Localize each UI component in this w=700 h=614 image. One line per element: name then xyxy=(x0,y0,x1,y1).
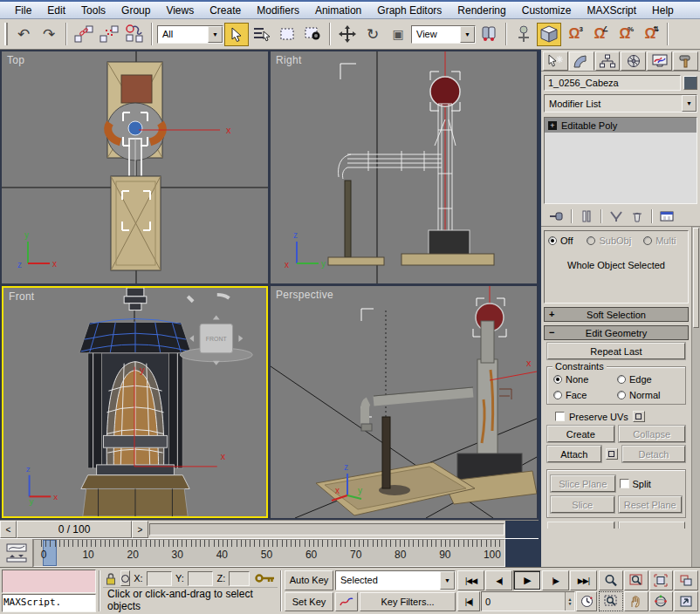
select-move-icon[interactable] xyxy=(335,23,360,46)
viewport-right[interactable]: Right xyxy=(271,51,537,283)
current-frame-field[interactable]: 0 ▲▼ xyxy=(481,591,575,611)
viewport-right-canvas[interactable]: z y x xyxy=(271,51,537,283)
object-name-field[interactable]: 1_0256_Cabeza xyxy=(544,75,681,91)
chevron-down-icon[interactable]: ▼ xyxy=(440,571,455,590)
viewport-front[interactable]: Front xyxy=(2,286,268,518)
zoom-extents-icon[interactable] xyxy=(649,570,674,590)
time-slider-handle[interactable]: 0 / 100 xyxy=(17,521,132,538)
select-object-button[interactable] xyxy=(224,23,249,46)
listener-pane[interactable]: MAXScript. xyxy=(2,594,96,612)
select-rotate-icon[interactable]: ↻ xyxy=(360,23,385,46)
key-mode-toggle-button[interactable]: |◀| xyxy=(457,591,480,611)
tab-utilities[interactable] xyxy=(673,51,698,71)
object-color-swatch[interactable] xyxy=(683,76,697,90)
viewport-top-canvas[interactable]: x y x z xyxy=(2,51,268,283)
viewcube-front-label[interactable]: FRONT xyxy=(206,336,228,342)
zoom-icon[interactable] xyxy=(599,570,623,590)
menu-item-tools[interactable]: Tools xyxy=(73,3,113,18)
window-crossing-icon[interactable] xyxy=(300,23,325,46)
zoom-extents-all-icon[interactable] xyxy=(674,570,698,590)
select-link-icon[interactable] xyxy=(72,23,96,46)
rollout-header-soft-selection[interactable]: + Soft Selection xyxy=(544,307,689,322)
time-slider-groove[interactable] xyxy=(149,523,504,536)
frame-spinner[interactable]: ▲▼ xyxy=(565,592,574,611)
viewport-perspective[interactable]: Perspective xyxy=(271,286,537,518)
rectangular-selection-region-icon[interactable] xyxy=(275,23,299,46)
preserve-uvs-label[interactable]: Preserve UVs xyxy=(569,412,628,422)
go-to-start-button[interactable]: |◀◀ xyxy=(457,570,484,590)
stack-item-editable-poly[interactable]: + Editable Poly xyxy=(545,118,697,133)
arc-rotate-icon[interactable] xyxy=(649,591,674,611)
modifier-list-dropdown[interactable]: Modifier List ▼ xyxy=(544,94,697,113)
select-by-name-icon[interactable] xyxy=(250,23,274,46)
zoom-all-icon[interactable] xyxy=(624,570,649,590)
viewport-right-label[interactable]: Right xyxy=(276,54,302,66)
time-slider-prev-button[interactable]: < xyxy=(0,521,17,538)
tab-motion[interactable] xyxy=(621,51,646,71)
reference-coordinate-dropdown[interactable]: View ▼ xyxy=(411,25,476,44)
track-bar-ruler[interactable]: 0 10 20 30 40 50 60 70 80 90 100 xyxy=(33,539,505,567)
go-to-end-button[interactable]: ▶▶| xyxy=(570,570,597,590)
menu-item-graph-editors[interactable]: Graph Editors xyxy=(369,3,450,18)
constraint-face-label[interactable]: Face xyxy=(566,390,587,400)
menu-item-views[interactable]: Views xyxy=(158,3,202,18)
selection-filter-dropdown[interactable]: All ▼ xyxy=(157,25,223,44)
time-slider-next-button[interactable]: > xyxy=(132,521,148,538)
menu-item-customize[interactable]: Customize xyxy=(514,3,580,18)
create-button[interactable]: Create xyxy=(547,426,614,442)
constraint-edge-label[interactable]: Edge xyxy=(629,374,652,385)
pan-hand-icon[interactable] xyxy=(624,591,649,611)
next-frame-button[interactable]: |▶ xyxy=(542,570,569,590)
tab-modify[interactable] xyxy=(569,51,594,71)
set-keys-icon[interactable] xyxy=(255,572,276,584)
show-end-result-icon[interactable] xyxy=(578,208,595,224)
menu-item-animation[interactable]: Animation xyxy=(307,3,369,18)
coord-y-field[interactable] xyxy=(188,571,214,586)
chevron-down-icon[interactable]: ▼ xyxy=(460,26,475,43)
radio-constraint-edge[interactable] xyxy=(617,375,626,384)
expand-icon[interactable]: + xyxy=(548,121,557,130)
radio-constraint-face[interactable] xyxy=(553,391,562,399)
split-label[interactable]: Split xyxy=(633,479,651,489)
auto-key-button[interactable]: Auto Key xyxy=(285,570,333,590)
clipped-button[interactable] xyxy=(619,522,686,529)
radio-off[interactable] xyxy=(548,236,557,245)
constraint-normal-label[interactable]: Normal xyxy=(629,390,660,400)
menu-item-modifiers[interactable]: Modifiers xyxy=(249,3,307,18)
set-key-button[interactable]: Set Key xyxy=(285,592,333,612)
macro-recorder-pane[interactable] xyxy=(2,570,96,593)
menu-item-maxscript[interactable]: MAXScript xyxy=(579,3,644,18)
play-button[interactable]: ▶ xyxy=(513,570,540,590)
tab-display[interactable] xyxy=(647,51,672,71)
tab-create[interactable] xyxy=(543,51,568,71)
remove-modifier-icon[interactable] xyxy=(628,208,646,224)
toolbar-grip[interactable] xyxy=(4,23,8,45)
snap-3d-icon[interactable]: Ω3 xyxy=(562,23,587,46)
angle-snap-icon[interactable]: Ω∠ xyxy=(587,23,612,46)
absolute-offset-toggle-icon[interactable] xyxy=(120,570,130,586)
bind-space-warp-icon[interactable] xyxy=(122,23,147,46)
coord-x-field[interactable] xyxy=(147,571,173,586)
viewport-front-canvas[interactable]: y x FRONT z xyxy=(3,288,266,516)
chevron-down-icon[interactable]: ▼ xyxy=(208,26,223,43)
attach-options-button[interactable] xyxy=(606,448,618,460)
scrollbar-thumb[interactable] xyxy=(693,228,699,328)
menu-item-create[interactable]: Create xyxy=(202,3,249,18)
selection-lock-icon[interactable] xyxy=(105,572,117,585)
viewport-top-label[interactable]: Top xyxy=(7,54,24,66)
coord-z-field[interactable] xyxy=(229,571,250,586)
select-scale-icon[interactable]: ▣ xyxy=(386,23,410,46)
radio-off-label[interactable]: Off xyxy=(560,235,573,246)
spinner-snap-icon[interactable]: Ω⇅ xyxy=(638,23,662,46)
configure-modifier-sets-icon[interactable] xyxy=(658,208,676,224)
modifier-stack[interactable]: + Editable Poly xyxy=(544,117,697,204)
menu-item-group[interactable]: Group xyxy=(113,3,158,18)
attach-button[interactable]: Attach xyxy=(547,446,601,462)
preserve-uvs-checkbox[interactable] xyxy=(555,412,565,421)
percent-snap-icon[interactable]: Ω% xyxy=(613,23,637,46)
time-configuration-button[interactable] xyxy=(576,591,597,611)
split-checkbox[interactable] xyxy=(620,479,629,488)
use-pivot-point-center-icon[interactable] xyxy=(477,23,501,46)
repeat-last-button[interactable]: Repeat Last xyxy=(547,343,685,359)
make-unique-icon[interactable] xyxy=(607,208,625,224)
